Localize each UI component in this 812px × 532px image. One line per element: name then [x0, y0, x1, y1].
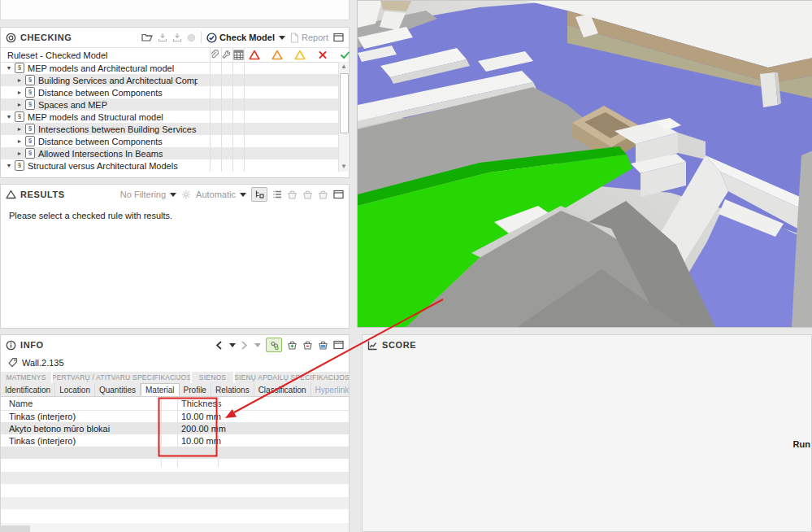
run-button[interactable]: Run	[793, 439, 810, 449]
table-row-empty[interactable]	[1, 447, 349, 459]
tab-matmenys[interactable]: MATMENYS	[1, 372, 53, 383]
table-row[interactable]: Akyto betono mūro blokai 200.00 mm	[1, 422, 349, 434]
upper-tab-bar: MATMENYS PERTVARŲ / ATITVARU SPECIFIKACI…	[1, 372, 349, 383]
ruleset-header-row[interactable]: Ruleset - Checked Model	[1, 47, 349, 63]
ruleset-icon	[15, 160, 24, 171]
basket-set-icon[interactable]	[318, 340, 328, 351]
tab-relations[interactable]: Relations	[211, 383, 254, 396]
tab-quantities[interactable]: Quantities	[95, 383, 141, 396]
column-divider	[210, 48, 211, 172]
scrollbar-thumb[interactable]	[340, 73, 349, 133]
wrench-icon[interactable]	[221, 50, 232, 60]
mode-dropdown-icon[interactable]	[240, 193, 246, 197]
expand-icon[interactable]	[6, 65, 12, 71]
tab-pertvaru-specifikacijos[interactable]: PERTVARŲ / ATITVARU SPECIFIKACIJOS	[53, 372, 192, 383]
accepted-icon[interactable]	[340, 50, 351, 60]
material-table: Name Thickness Tinkas (interjero) 10.00 …	[1, 397, 349, 531]
window-icon[interactable]	[333, 340, 344, 350]
back-icon[interactable]	[215, 341, 223, 350]
check-model-dropdown-icon[interactable]	[279, 36, 285, 40]
import-model-icon[interactable]	[158, 33, 167, 42]
tree-scrollbar[interactable]: ▲ ▼	[338, 62, 348, 172]
thickness-column-header[interactable]: Thickness	[181, 399, 222, 408]
critical-severity-icon[interactable]	[249, 50, 260, 60]
tab-sienos[interactable]: SIENOS	[192, 372, 235, 383]
results-panel: RESULTS No Filtering Automatic	[0, 184, 350, 329]
tree-item[interactable]: Structural versus Architectural Models	[1, 159, 338, 172]
tab-identification[interactable]: Identification	[1, 383, 55, 396]
basket-remove-icon[interactable]	[302, 190, 313, 200]
open-folder-icon[interactable]	[141, 33, 153, 42]
tab-sienu-apdailu-specifikacijos[interactable]: SIENŲ APDAILŲ SPECIFIKACIJOS	[235, 372, 349, 383]
column-divider	[221, 48, 222, 172]
expand-icon[interactable]	[6, 163, 12, 168]
list-view-icon[interactable]	[272, 190, 282, 199]
tree-item[interactable]: Intersections between Building Services …	[1, 123, 338, 135]
column-divider	[244, 48, 245, 172]
model-3d-view[interactable]	[357, 0, 812, 328]
report-button[interactable]: Report	[290, 33, 328, 43]
basket-set-icon[interactable]	[318, 190, 328, 200]
basket-add-icon[interactable]	[287, 190, 297, 200]
table-stripe	[1, 472, 349, 484]
collapse-icon[interactable]	[16, 150, 23, 156]
checking-icon	[6, 33, 16, 43]
tree-item[interactable]: Distance between Components	[1, 135, 338, 147]
tab-material[interactable]: Material	[141, 383, 180, 396]
tree-item[interactable]: Distance between Components	[1, 86, 338, 98]
report-label: Report	[302, 33, 328, 42]
rejected-icon[interactable]	[318, 50, 329, 60]
tree-item[interactable]: Spaces and MEP	[1, 98, 338, 111]
collapse-icon[interactable]	[16, 77, 23, 83]
collapse-icon[interactable]	[16, 138, 23, 144]
table-icon[interactable]	[233, 50, 245, 60]
window-icon[interactable]	[333, 33, 344, 42]
moderate-severity-icon[interactable]	[271, 50, 283, 60]
basket-remove-icon[interactable]	[302, 340, 313, 351]
forward-icon[interactable]	[241, 341, 248, 350]
tree-view-icon[interactable]	[251, 187, 267, 202]
filtering-dropdown[interactable]: No Filtering	[120, 190, 176, 199]
import-model-icon-2[interactable]	[172, 33, 182, 42]
info-title: INFO	[20, 340, 44, 350]
pick-selection-icon[interactable]	[266, 338, 282, 352]
ruleset-icon	[15, 63, 24, 73]
table-stripe	[1, 497, 349, 509]
basket-add-icon[interactable]	[287, 340, 297, 351]
collapse-icon[interactable]	[16, 126, 23, 132]
gear-icon[interactable]	[181, 190, 191, 199]
forward-dropdown-icon[interactable]	[254, 343, 261, 347]
attachment-icon[interactable]	[209, 50, 220, 60]
tree-item[interactable]: Allowed Intersections In Beams	[1, 147, 338, 159]
tab-profile[interactable]: Profile	[180, 383, 211, 396]
tree-item[interactable]: MEP models and Architectural model	[1, 62, 338, 74]
mode-dropdown[interactable]: Automatic	[196, 190, 246, 199]
scroll-up-icon[interactable]: ▲	[341, 63, 347, 70]
window-icon[interactable]	[333, 190, 344, 199]
results-empty-message: Please select a checked rule with result…	[9, 211, 172, 220]
tab-classification[interactable]: Classification	[254, 383, 311, 396]
ruleset-icon	[25, 87, 35, 98]
scroll-down-icon[interactable]: ▼	[341, 164, 347, 170]
table-row[interactable]: Tinkas (interjero) 10.00 mm	[1, 410, 349, 422]
tree-item[interactable]: Building Services and Architectual Compo…	[1, 74, 338, 86]
score-chart-icon	[367, 340, 378, 351]
check-model-button[interactable]: Check Model	[206, 33, 285, 43]
collapse-icon[interactable]	[16, 89, 23, 95]
tree-item[interactable]: MEP models and Structural model	[1, 111, 338, 123]
tab-hyperlinks[interactable]: Hyperlinks	[311, 383, 349, 396]
checking-panel: CHECKING Check Model	[0, 27, 350, 178]
table-row[interactable]: Tinkas (interjero) 10.00 mm	[1, 434, 349, 447]
low-severity-icon[interactable]	[294, 50, 306, 60]
name-column-header[interactable]: Name	[9, 399, 33, 408]
table-header-row[interactable]: Name Thickness	[1, 397, 349, 411]
back-dropdown-icon[interactable]	[229, 343, 236, 347]
collapse-icon[interactable]	[16, 102, 23, 107]
model-3d-scene	[358, 1, 812, 327]
filter-dropdown-icon[interactable]	[170, 193, 176, 197]
ruleset-icon	[25, 148, 35, 159]
tab-location[interactable]: Location	[55, 383, 95, 396]
info-panel: INFO	[0, 334, 350, 532]
expand-icon[interactable]	[6, 114, 12, 120]
ruleset-icon	[25, 75, 35, 85]
